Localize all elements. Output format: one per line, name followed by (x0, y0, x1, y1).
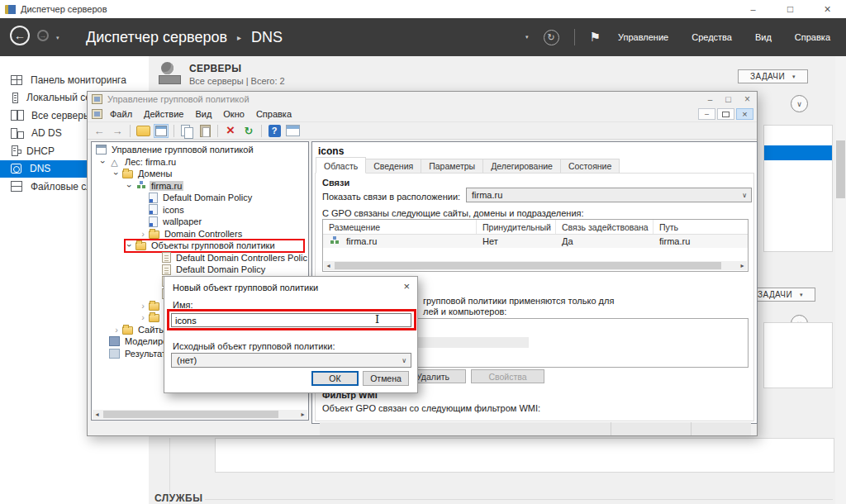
window-controls (734, 0, 846, 18)
close-icon[interactable] (403, 280, 410, 292)
maximize-icon[interactable] (772, 0, 809, 18)
scroll-left-icon[interactable] (324, 261, 333, 270)
scrollbar-thumb[interactable] (335, 262, 721, 269)
page-title: СЕРВЕРЫ (189, 63, 241, 74)
chevron-down-icon[interactable] (112, 168, 121, 179)
restore-icon[interactable] (717, 108, 734, 120)
scroll-right-icon[interactable] (298, 410, 307, 419)
nav-menu-0[interactable]: Управление (615, 32, 671, 42)
chevron-right-icon[interactable] (137, 229, 149, 239)
sidebar-item-dashboard[interactable]: Панель мониторинга (0, 71, 149, 89)
gpmc-titlebar[interactable]: Управление групповой политикой (88, 92, 757, 107)
tree-item-8[interactable]: Объекты групповой политики (93, 240, 307, 252)
server-manager-app-icon (5, 5, 16, 14)
table-horizontal-scrollbar[interactable] (324, 261, 747, 270)
paste-icon[interactable] (197, 124, 212, 138)
collapse-section-button[interactable] (791, 95, 808, 112)
main-scrollbar[interactable] (835, 56, 846, 504)
table-header-cell: Путь (654, 220, 748, 234)
tree-item-7[interactable]: Domain Controllers (93, 228, 307, 240)
tree-item-5[interactable]: icons (93, 204, 307, 216)
forward-icon[interactable] (110, 124, 125, 138)
chevron-right-icon[interactable] (111, 325, 122, 335)
tab-0[interactable]: Область (316, 157, 366, 174)
delete-icon[interactable] (223, 124, 238, 138)
chevron-down-icon[interactable] (525, 34, 529, 40)
help-icon[interactable] (267, 124, 282, 138)
back-button[interactable] (10, 26, 30, 45)
close-icon[interactable] (736, 108, 753, 120)
tab-4[interactable]: Состояние (561, 159, 620, 174)
scroll-left-icon[interactable] (93, 410, 102, 419)
mdi-child-controls (698, 108, 753, 120)
minimize-icon[interactable] (698, 108, 715, 120)
chevron-right-icon[interactable] (137, 301, 149, 311)
tree-item-9[interactable]: Default Domain Controllers Policy (93, 252, 307, 264)
nav-menu-3[interactable]: Справка (792, 32, 833, 42)
minimize-icon[interactable] (708, 95, 713, 104)
chevron-right-icon[interactable] (137, 312, 149, 322)
scroll-right-icon[interactable] (738, 261, 747, 270)
gpmc-menus: ФайлДействиеВидОкноСправка (104, 109, 297, 119)
gpmc-menu-0[interactable]: Файл (104, 109, 138, 119)
refresh-icon[interactable] (241, 124, 256, 138)
up-one-level-icon[interactable] (135, 124, 150, 138)
source-gpo-combobox[interactable]: (нет) (171, 353, 411, 368)
tasks-button[interactable]: ЗАДАЧИ (738, 69, 808, 83)
cancel-button[interactable]: Отмена (363, 371, 409, 386)
tree-item-1[interactable]: Лес: firma.ru (93, 156, 307, 169)
tree-item-6[interactable]: wallpaper (93, 216, 307, 228)
tree-item-label: Объекты групповой политики (150, 240, 277, 250)
history-chevron-icon[interactable] (56, 35, 59, 41)
close-icon[interactable] (809, 0, 846, 18)
scrollbar-thumb[interactable] (103, 411, 278, 418)
chevron-down-icon[interactable] (98, 156, 108, 168)
gpo-name-title: icons (318, 145, 344, 157)
toolbar-separator (173, 125, 174, 137)
nav-menu-2[interactable]: Вид (753, 32, 774, 42)
breadcrumb-current[interactable]: DNS (251, 29, 283, 46)
tree-item-3[interactable]: firma.ru (93, 180, 307, 193)
folder-icon (122, 170, 133, 178)
console-tree-icon[interactable] (154, 124, 169, 138)
gpmc-window-controls (708, 92, 750, 107)
minimize-icon[interactable] (734, 0, 772, 18)
table-header-row: РазмещениеПринудительныйСвязь задействов… (323, 220, 748, 235)
selected-server-row[interactable] (764, 145, 832, 160)
gpmc-toolbar (88, 121, 757, 140)
chevron-down-icon[interactable] (125, 240, 135, 251)
ok-button[interactable]: ОК (311, 371, 359, 386)
forward-button[interactable] (37, 30, 49, 41)
gpmc-menu-4[interactable]: Справка (250, 109, 297, 119)
gpo-icon (162, 264, 171, 275)
chevron-down-icon[interactable] (125, 180, 135, 192)
tree-item-10[interactable]: Default Domain Policy (93, 264, 307, 276)
tree-item-4[interactable]: Default Domain Policy (93, 192, 307, 204)
breadcrumb-root[interactable]: Диспетчер серверов (86, 29, 227, 46)
results-icon (109, 349, 120, 359)
nav-menu-1[interactable]: Средства (689, 32, 734, 42)
gpmc-menu-1[interactable]: Действие (138, 109, 189, 119)
tab-1[interactable]: Сведения (366, 159, 421, 174)
copy-icon[interactable] (179, 124, 194, 138)
links-location-combobox[interactable]: firma.ru (466, 188, 752, 202)
refresh-icon[interactable] (544, 30, 559, 45)
gpo-icon (162, 252, 171, 263)
tree-item-2[interactable]: Домены (93, 168, 307, 180)
tab-3[interactable]: Делегирование (483, 159, 561, 174)
table-row[interactable]: firma.ruНетДаfirma.ru (323, 235, 748, 248)
back-icon[interactable] (92, 124, 107, 138)
tree-item-0[interactable]: Управление групповой политикой (93, 144, 307, 156)
tree-horizontal-scrollbar[interactable] (93, 410, 307, 419)
maximize-icon[interactable] (725, 94, 731, 104)
dns-icon (11, 164, 21, 174)
wmi-section-text: Объект GPO связан со следующим фильтром … (322, 403, 540, 413)
notifications-flag-icon[interactable] (590, 30, 601, 45)
scrollbar-thumb[interactable] (836, 140, 845, 198)
close-icon[interactable] (744, 93, 750, 105)
export-list-icon[interactable] (285, 124, 300, 138)
breadcrumb: Диспетчер серверов DNS (86, 29, 283, 46)
gpmc-menu-2[interactable]: Вид (189, 109, 217, 119)
tab-2[interactable]: Параметры (421, 159, 483, 174)
gpmc-menu-3[interactable]: Окно (217, 109, 250, 119)
